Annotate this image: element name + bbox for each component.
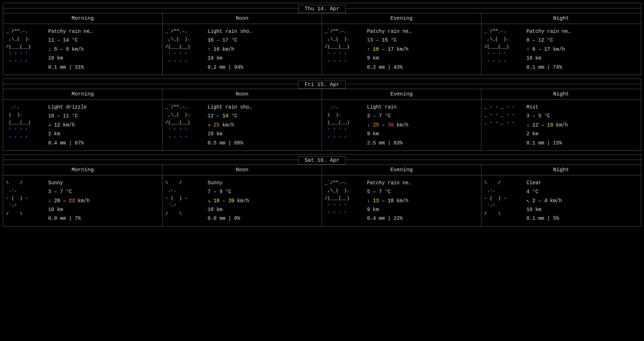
rain-info: 0.1 mm | 74% bbox=[526, 63, 571, 71]
visibility: 10 km bbox=[48, 54, 93, 62]
visibility: 10 km bbox=[526, 206, 562, 213]
period-label: Evening bbox=[322, 89, 481, 99]
weather-desc: Light drizzle bbox=[48, 103, 87, 111]
temperature: 3 – 5 °C bbox=[526, 112, 568, 120]
visibility: 9 km bbox=[367, 54, 411, 62]
wind-speed: ↖ 2 – 4 km/h bbox=[526, 197, 562, 205]
rain-info: 0.1 mm | 5% bbox=[526, 215, 562, 222]
period-label: Night bbox=[481, 13, 641, 24]
weather-desc: Light rain sho… bbox=[208, 27, 252, 35]
day-header: Thu 14. Apr bbox=[3, 3, 641, 13]
period-cell-0: .-. ( ). (___(__) ' ' ' ' ' ' ' ' Light … bbox=[3, 100, 163, 150]
weather-icon: _`/"".-. ,\_( ). /(___(__) ' ' ' ' ' ' '… bbox=[165, 27, 204, 71]
wind-speed: ↓ 13 – 18 km/h bbox=[367, 197, 411, 205]
weather-desc: Light rain bbox=[367, 103, 409, 111]
period-cell-2: .-. ( ). (___(__) ' ' ' ' ' ' ' ' Light … bbox=[322, 100, 481, 150]
day-header: Sat 16. Apr bbox=[3, 155, 641, 165]
day-block-0: Thu 14. Apr MorningNoonEveningNight_`/""… bbox=[3, 3, 641, 75]
periods-content: \ / .-. - ( ) - `-' / \ Sunny 3 – 7 °C ↓… bbox=[3, 175, 641, 226]
period-label: Evening bbox=[322, 13, 481, 24]
period-cell-1: _`/"".-. ,\_( ). /(___(__) ' ' ' ' ' ' '… bbox=[163, 100, 322, 150]
visibility: 10 km bbox=[208, 130, 252, 138]
weather-desc: Patchy rain ne… bbox=[48, 27, 93, 35]
weather-desc: Sunny bbox=[208, 179, 249, 187]
weather-desc: Light rain sho… bbox=[208, 103, 252, 111]
temperature: 12 – 14 °C bbox=[208, 112, 252, 120]
day-label: Thu 14. Apr bbox=[298, 5, 345, 13]
visibility: 2 km bbox=[48, 130, 87, 138]
wind-speed: ↗ 12 km/h bbox=[48, 121, 87, 129]
day-label: Sat 16. Apr bbox=[298, 156, 345, 165]
visibility: 9 km bbox=[367, 130, 409, 138]
period-cell-1: _`/"".-. ,\_( ). /(___(__) ' ' ' ' ' ' '… bbox=[163, 24, 322, 75]
weather-icon: \ / .-. - ( ) - `-' / \ bbox=[6, 179, 45, 223]
temperature: 13 – 15 °C bbox=[367, 36, 411, 44]
weather-info: Patchy rain ne… 5 – 7 °C ↓ 13 – 18 km/h … bbox=[367, 179, 411, 223]
periods-header: MorningNoonEveningNight bbox=[3, 13, 641, 24]
period-label: Night bbox=[481, 89, 641, 99]
temperature: 4 °C bbox=[526, 188, 562, 196]
wind-speed: ↓ 20 – 23 km/h bbox=[48, 197, 90, 205]
weather-icon: _`/"".-. ,\_( ). /(___(__) ' ' ' ' ' ' '… bbox=[165, 103, 204, 147]
visibility: 2 km bbox=[526, 130, 568, 138]
periods-header: MorningNoonEveningNight bbox=[3, 165, 641, 175]
weather-icon: _`/"".-. ,\_( ). /(___(__) ' ' ' ' ' ' '… bbox=[6, 27, 45, 71]
day-block-2: Sat 16. Apr MorningNoonEveningNight\ / .… bbox=[3, 154, 641, 227]
weather-info: Patchy rain ne… 13 – 15 °C ↑ 16 – 17 km/… bbox=[367, 27, 411, 71]
weather-icon: _`/"".-. ,\_( ). /(___(__) ' ' ' ' ' ' '… bbox=[325, 27, 364, 71]
period-label: Evening bbox=[322, 165, 481, 175]
weather-desc: Mist bbox=[526, 103, 568, 111]
weather-desc: Patchy rain ne… bbox=[526, 27, 571, 35]
period-label: Morning bbox=[3, 89, 163, 99]
visibility: 9 km bbox=[367, 206, 411, 213]
rain-info: 0.4 mm | 87% bbox=[48, 139, 87, 147]
period-cell-3: _ - - _ - - _ - - _ - - _ - - _ - - Mist… bbox=[481, 100, 641, 150]
period-cell-3: \ / .-. - ( ) - `-' / \ Clear 4 °C ↖ 2 –… bbox=[481, 175, 641, 226]
weather-info: Light rain sho… 16 – 17 °C ↑ 16 km/h 10 … bbox=[208, 27, 252, 71]
weather-info: Patchy rain ne… 11 – 14 °C ↓ 5 – 8 km/h … bbox=[48, 27, 93, 71]
rain-info: 0.4 mm | 22% bbox=[367, 215, 411, 222]
period-cell-3: _`/"".-. ,\_( ). /(___(__) ' ' ' ' ' ' '… bbox=[481, 24, 641, 75]
wind-speed: ↑ 8 – 17 km/h bbox=[526, 45, 571, 53]
weather-info: Clear 4 °C ↖ 2 – 4 km/h 10 km 0.1 mm | 5… bbox=[526, 179, 562, 223]
rain-info: 0.1 mm | 31% bbox=[48, 63, 93, 71]
period-label: Morning bbox=[3, 165, 163, 175]
weather-icon: .-. ( ). (___(__) ' ' ' ' ' ' ' ' bbox=[6, 103, 45, 147]
weather-info: Light rain 3 – 7 °C ↓ 25 – 36 km/h 9 km … bbox=[367, 103, 409, 147]
period-cell-0: \ / .-. - ( ) - `-' / \ Sunny 3 – 7 °C ↓… bbox=[3, 175, 163, 226]
periods-content: _`/"".-. ,\_( ). /(___(__) ' ' ' ' ' ' '… bbox=[3, 24, 641, 75]
rain-info: 2.5 mm | 83% bbox=[367, 139, 409, 147]
periods-header: MorningNoonEveningNight bbox=[3, 89, 641, 100]
period-label: Noon bbox=[163, 89, 322, 99]
visibility: 10 km bbox=[208, 206, 249, 213]
temperature: 3 – 7 °C bbox=[367, 112, 409, 120]
rain-info: 0.1 mm | 15% bbox=[526, 139, 568, 147]
temperature: 5 – 7 °C bbox=[367, 188, 411, 196]
period-cell-1: \ / .-. - ( ) - `-' / \ Sunny 7 – 9 °C ↘… bbox=[163, 175, 322, 226]
period-label: Noon bbox=[163, 165, 322, 175]
periods-content: .-. ( ). (___(__) ' ' ' ' ' ' ' ' Light … bbox=[3, 100, 641, 150]
period-label: Night bbox=[481, 165, 641, 175]
temperature: 3 – 7 °C bbox=[48, 188, 90, 196]
wind-speed: ↘ 18 – 20 km/h bbox=[208, 197, 249, 205]
day-block-1: Fri 15. Apr MorningNoonEveningNight .-. … bbox=[3, 79, 641, 151]
visibility: 10 km bbox=[526, 54, 571, 62]
temperature: 10 – 11 °C bbox=[48, 112, 87, 120]
temperature: 11 – 14 °C bbox=[48, 36, 93, 44]
wind-speed: ↓ 5 – 8 km/h bbox=[48, 45, 93, 53]
period-cell-2: _`/"".-. ,\_( ). /(___(__) ' ' ' ' ' ' '… bbox=[322, 24, 481, 75]
visibility: 10 km bbox=[208, 54, 252, 62]
temperature: 8 – 12 °C bbox=[526, 36, 571, 44]
weather-icon: \ / .-. - ( ) - `-' / \ bbox=[484, 179, 523, 223]
weather-desc: Sunny bbox=[48, 179, 90, 187]
weather-icon: .-. ( ). (___(__) ' ' ' ' ' ' ' ' bbox=[325, 103, 364, 147]
weather-desc: Patchy rain ne… bbox=[367, 179, 411, 187]
rain-info: 0.5 mm | 86% bbox=[208, 139, 252, 147]
rain-info: 0.0 mm | 0% bbox=[208, 215, 249, 222]
weather-info: Patchy rain ne… 8 – 12 °C ↑ 8 – 17 km/h … bbox=[526, 27, 571, 71]
weather-icon: _`/"".-. ,\_( ). /(___(__) ' ' ' ' ' ' '… bbox=[484, 27, 523, 71]
weather-icon: _ - - _ - - _ - - _ - - _ - - _ - - bbox=[484, 103, 523, 147]
wind-speed: ↑ 16 – 17 km/h bbox=[367, 45, 411, 53]
weather-desc: Clear bbox=[526, 179, 562, 187]
weather-info: Sunny 3 – 7 °C ↓ 20 – 23 km/h 10 km 0.0 … bbox=[48, 179, 90, 223]
